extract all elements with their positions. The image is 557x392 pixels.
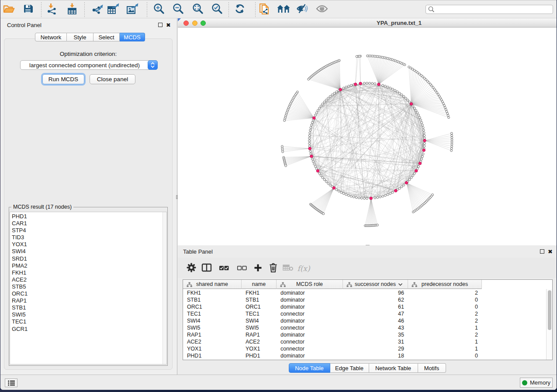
mcds-result-item[interactable]: PMA2 <box>12 262 161 269</box>
first-neighbors-button[interactable] <box>276 2 291 17</box>
column-header-shared-name[interactable]: shared name <box>183 280 242 289</box>
open-folder-button[interactable] <box>1 2 17 17</box>
add-icon <box>254 264 262 274</box>
tab-motifs[interactable]: Motifs <box>418 363 446 373</box>
table-row[interactable]: ORC1ORC1dominator610 <box>183 303 546 310</box>
search-input[interactable] <box>435 6 553 13</box>
gear-button[interactable] <box>185 263 197 274</box>
run-mcds-button[interactable]: Run MCDS <box>42 74 84 84</box>
mcds-result-item[interactable]: TID3 <box>12 234 161 241</box>
hide-selected-button[interactable] <box>294 2 310 17</box>
import-table-disabled-button <box>282 263 294 274</box>
zoom-out-button[interactable] <box>170 2 186 17</box>
export-image-button[interactable] <box>125 2 140 17</box>
close-traffic-icon[interactable] <box>183 21 189 26</box>
mcds-result-item[interactable]: ORC1 <box>12 290 161 297</box>
mcds-result-list[interactable]: PHD1CAR1STP4TID3YOX1SWI4SRD1PMA2FKH1ACE2… <box>10 212 167 364</box>
table-row[interactable]: RAP1RAP1dominator352 <box>183 331 546 338</box>
table-panel-tabs: Node TableEdge TableNetwork TableMotifs <box>178 363 557 373</box>
mcds-result-item[interactable]: SRD1 <box>12 255 161 262</box>
column-header-predecessor-nodes[interactable]: predecessor nodes <box>408 280 482 289</box>
tab-style[interactable]: Style <box>67 33 93 41</box>
vertical-splitter-grip[interactable] <box>176 195 178 199</box>
minimize-traffic-icon[interactable] <box>192 21 197 26</box>
select-all-button[interactable] <box>218 263 230 274</box>
table-panel-title: Table Panel <box>183 248 213 255</box>
mcds-result-item[interactable]: YOX1 <box>12 241 161 248</box>
optimization-criterion-select[interactable]: largest connected component (undirected) <box>20 60 158 70</box>
zoom-selected-icon <box>211 3 223 16</box>
control-panel-close-icon[interactable]: ✖ <box>166 23 171 28</box>
tab-network[interactable]: Network <box>35 33 67 41</box>
table-row[interactable]: PHD1PHD1dominator180 <box>183 352 546 359</box>
mcds-result-item[interactable]: FKH1 <box>12 269 161 276</box>
mcds-result-item[interactable]: STP4 <box>12 227 161 234</box>
import-network-icon <box>46 3 58 16</box>
tree-icon <box>346 282 352 289</box>
table-row[interactable]: STB1STB1dominator620 <box>183 296 546 303</box>
tab-network-table[interactable]: Network Table <box>369 363 418 373</box>
deselect-all-button[interactable] <box>235 263 248 274</box>
mcds-result-item[interactable]: TEC1 <box>12 318 161 325</box>
zoom-out-icon <box>173 3 184 16</box>
tab-mcds[interactable]: MCDS <box>120 33 145 41</box>
column-header-name[interactable]: name <box>242 280 277 289</box>
network-graph <box>178 28 557 245</box>
clone-network-button[interactable] <box>256 2 272 17</box>
mcds-result-item[interactable]: PHD1 <box>12 213 161 220</box>
first-neighbors-icon <box>277 4 290 15</box>
show-all-button[interactable] <box>314 2 330 17</box>
save-button[interactable] <box>20 2 36 17</box>
export-table-button[interactable] <box>105 2 121 17</box>
mcds-result-item[interactable]: RAP1 <box>12 297 161 304</box>
refresh-button[interactable] <box>232 2 248 17</box>
mcds-list-scrollbar[interactable] <box>163 212 166 364</box>
zoom-selected-button[interactable] <box>209 2 225 17</box>
table-row[interactable]: ACE2ACE2connector311 <box>183 338 546 345</box>
table-row[interactable]: FKH1FKH1dominator962 <box>183 289 546 296</box>
deselect-all-icon <box>237 265 247 272</box>
table-scrollbar[interactable] <box>546 289 552 360</box>
mcds-result-item[interactable]: SWI5 <box>12 311 161 318</box>
network-canvas[interactable] <box>178 28 557 245</box>
mcds-result-item[interactable]: CAR1 <box>12 220 161 227</box>
mcds-result-item[interactable]: ACE2 <box>12 276 161 283</box>
export-network-button[interactable] <box>89 2 105 17</box>
network-window-titlebar[interactable]: YPA_prune.txt_1 <box>178 18 557 28</box>
tab-select[interactable]: Select <box>93 33 120 41</box>
close-panel-button[interactable]: Close panel <box>90 74 135 84</box>
table-scrollbar-thumb[interactable] <box>548 290 551 330</box>
table-row[interactable]: SWI4SWI4dominator462 <box>183 317 546 324</box>
import-table-button[interactable] <box>64 2 80 17</box>
add-button[interactable] <box>252 263 264 274</box>
column-header-successor-nodes[interactable]: successor nodes <box>343 280 408 289</box>
mcds-result-item[interactable]: SWI4 <box>12 248 161 255</box>
memory-button[interactable]: Memory <box>520 378 553 388</box>
mcds-result-item[interactable]: STB1 <box>12 304 161 311</box>
table-panel-float-icon[interactable] <box>540 249 544 254</box>
table-row[interactable]: SWI5SWI5connector431 <box>183 324 546 331</box>
tab-edge-table[interactable]: Edge Table <box>330 363 369 373</box>
maximize-traffic-icon[interactable] <box>201 21 206 26</box>
table-panel-close-icon[interactable]: ✖ <box>548 250 553 254</box>
export-network-icon <box>91 3 103 16</box>
columns-button[interactable] <box>201 263 213 274</box>
mcds-result-item[interactable]: GCR1 <box>12 326 161 333</box>
zoom-in-button[interactable] <box>151 2 167 17</box>
export-image-icon <box>126 3 138 16</box>
table-row[interactable]: YOX1YOX1connector291 <box>183 345 546 352</box>
search-box[interactable] <box>426 5 553 14</box>
control-panel: Control Panel ✖ NetworkStyleSelectMCDS O… <box>0 18 177 375</box>
trash-button[interactable] <box>267 263 279 274</box>
import-network-button[interactable] <box>44 2 60 17</box>
zoom-fit-button[interactable] <box>190 2 206 17</box>
network-view-frame: YPA_prune.txt_1 <box>178 18 557 245</box>
column-header-MCDS-role[interactable]: MCDS role <box>277 280 343 289</box>
mcds-result-item[interactable]: STB5 <box>12 283 161 290</box>
table-row[interactable]: TEC1TEC1connector472 <box>183 310 546 317</box>
control-panel-float-icon[interactable] <box>158 23 163 27</box>
trash-icon <box>269 263 277 274</box>
tab-node-table[interactable]: Node Table <box>289 363 330 373</box>
task-history-button[interactable] <box>5 378 17 387</box>
open-folder-icon <box>3 4 15 15</box>
